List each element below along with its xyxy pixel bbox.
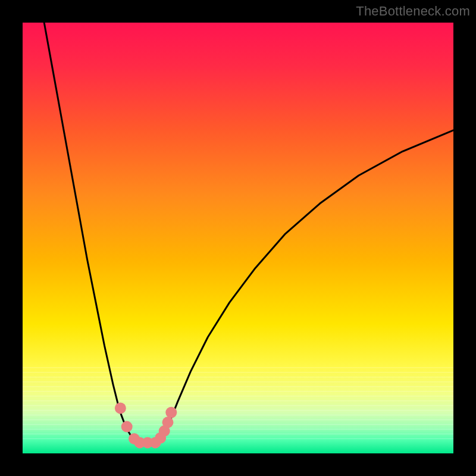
band-line xyxy=(23,424,453,425)
band-line xyxy=(23,419,453,420)
bottleneck-chart xyxy=(23,23,453,453)
gradient-background xyxy=(23,23,453,453)
band-line xyxy=(23,439,453,439)
band-line xyxy=(23,377,453,377)
band-line xyxy=(23,429,453,430)
marker-dot xyxy=(121,421,133,433)
band-line xyxy=(23,396,453,396)
band-line xyxy=(23,367,453,368)
attribution-label: TheBottleneck.com xyxy=(356,4,470,19)
plot-area xyxy=(23,23,453,453)
band-line xyxy=(23,400,453,401)
band-line xyxy=(23,410,453,411)
band-line xyxy=(23,386,453,387)
band-line xyxy=(23,381,453,382)
band-line xyxy=(23,434,453,434)
marker-dot xyxy=(165,407,177,418)
marker-dot xyxy=(162,416,173,428)
marker-dot xyxy=(115,402,126,414)
band-line xyxy=(23,372,453,372)
band-line xyxy=(23,405,453,406)
chart-frame: TheBottleneck.com xyxy=(0,0,476,476)
band-line xyxy=(23,391,453,392)
band-line xyxy=(23,415,453,415)
